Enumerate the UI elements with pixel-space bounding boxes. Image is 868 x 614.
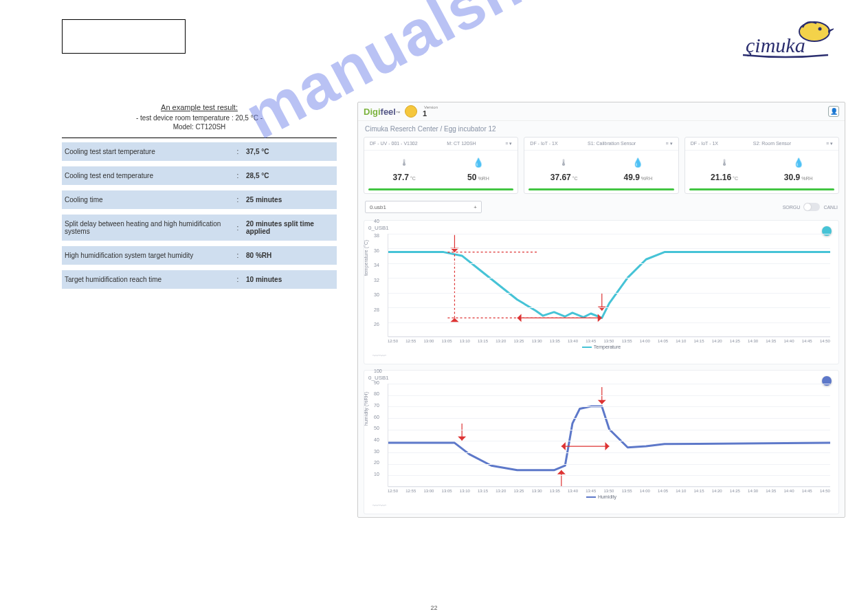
- version-number: 1: [423, 109, 438, 118]
- chart-title: 0_USB1: [368, 225, 834, 231]
- thermometer-icon: 🌡: [550, 157, 578, 168]
- live-toggle[interactable]: [803, 203, 820, 211]
- series-dropdown[interactable]: 0.usb1 +: [365, 201, 482, 213]
- temp-value: 37.7: [393, 173, 409, 182]
- sensor-card: DF - IoT - 1X S2: Room Sensor ≡ ▾ 🌡 21.1…: [685, 137, 839, 194]
- svg-marker-9: [598, 314, 602, 322]
- table-row: Cooling time : 25 minutes: [62, 190, 337, 209]
- chart-title: 0_USB1: [368, 375, 834, 381]
- card-id: DF - UV - 001 - V1302: [370, 141, 418, 146]
- mini-overview-icon: 〰〰: [372, 502, 834, 509]
- coin-icon: [405, 105, 417, 118]
- table-row: Target humidification reach time : 10 mi…: [62, 270, 337, 289]
- card-menu-icon[interactable]: ≡ ▾: [826, 141, 833, 146]
- table-row: Cooling test start temperature : 37,5 °C: [62, 142, 337, 161]
- row-label: Target humidification reach time: [62, 270, 232, 289]
- chart-legend: Temperature: [368, 344, 834, 349]
- x-axis-ticks: 12:5012:5513:0013:0513:1013:1513:2013:25…: [388, 489, 830, 493]
- row-value: 37,5 °C: [243, 142, 337, 161]
- toggle-right-label: CANLI: [823, 205, 838, 210]
- divider: [62, 138, 337, 138]
- app-topbar: Digifeel™ Version 1 👤: [358, 102, 845, 121]
- brand-logo: çimuka: [737, 21, 834, 58]
- sensor-card: DF - IoT - 1X S1: Calibration Sensor ≡ ▾…: [524, 137, 678, 194]
- row-value: 10 minutes: [243, 270, 337, 289]
- row-label: High humidification system target humidi…: [62, 246, 232, 265]
- status-bar: [689, 188, 834, 190]
- card-id: DF - IoT - 1X: [691, 141, 718, 146]
- row-value: 20 minutes split time applied: [243, 215, 337, 241]
- breadcrumb: Cimuka Reserch Center / Egg incubator 12: [358, 121, 845, 137]
- droplet-icon: 💧: [624, 157, 653, 168]
- x-axis-ticks: 12:5012:5513:0013:0513:1013:1513:2013:25…: [388, 339, 830, 343]
- thermometer-icon: 🌡: [711, 157, 738, 168]
- temp-value: 37.67: [550, 173, 571, 182]
- temperature-chart: [388, 234, 830, 337]
- y-axis-label: humidity (%RH): [364, 392, 368, 426]
- status-bar: [368, 188, 513, 190]
- toggle-left-label: SORGU: [783, 205, 801, 210]
- card-id: DF - IoT - 1X: [530, 141, 557, 146]
- row-label: Split delay between heating and high hum…: [62, 215, 232, 241]
- row-label: Cooling test end temperature: [62, 166, 232, 185]
- row-value: 28,5 °C: [243, 166, 337, 185]
- user-icon[interactable]: 👤: [828, 106, 839, 117]
- row-value: 80 %RH: [243, 246, 337, 265]
- row-value: 25 minutes: [243, 190, 337, 209]
- page-number: 22: [430, 604, 437, 611]
- svg-point-1: [819, 28, 822, 31]
- card-model: M: CT 120SH: [447, 141, 476, 146]
- droplet-icon: 💧: [784, 157, 813, 168]
- plus-icon[interactable]: +: [474, 204, 477, 210]
- chart-controls: 0.usb1 + SORGU CANLI: [358, 194, 845, 217]
- svg-marker-8: [518, 314, 522, 322]
- card-menu-icon[interactable]: ≡ ▾: [505, 141, 512, 146]
- chart-legend: Humidity: [368, 494, 834, 499]
- table-row: Split delay between heating and high hum…: [62, 215, 337, 241]
- mini-overview-icon: 〰〰: [372, 352, 834, 360]
- droplet-icon: 💧: [467, 157, 489, 168]
- example-table-section: An example test result: - test device ro…: [62, 103, 337, 289]
- sensor-cards-row: DF - UV - 001 - V1302 M: CT 120SH ≡ ▾ 🌡 …: [358, 137, 845, 194]
- status-bar: [528, 188, 674, 190]
- sensor-card: DF - UV - 001 - V1302 M: CT 120SH ≡ ▾ 🌡 …: [364, 137, 518, 194]
- humidity-chart: [388, 384, 830, 487]
- svg-marker-17: [557, 470, 566, 474]
- table-row: High humidification system target humidi…: [62, 246, 337, 265]
- example-heading: An example test result:: [62, 103, 337, 111]
- doc-id-box: [62, 19, 186, 54]
- app-screenshot: Digifeel™ Version 1 👤 Cimuka Reserch Cen…: [357, 102, 845, 518]
- example-table: Cooling test start temperature : 37,5 °C…: [62, 142, 337, 289]
- row-label: Cooling test start temperature: [62, 142, 232, 161]
- example-note-model: Model: CT120SH: [62, 123, 337, 131]
- thermometer-icon: 🌡: [393, 157, 416, 168]
- humidity-chart-panel: 0_USB1 humidity (%RH) 102030405060708090…: [364, 370, 839, 514]
- card-model: S1: Calibration Sensor: [588, 141, 636, 146]
- temp-value: 21.16: [711, 173, 731, 182]
- app-brand: Digifeel™: [364, 107, 401, 117]
- card-model: S2: Room Sensor: [753, 141, 791, 146]
- table-row: Cooling test end temperature : 28,5 °C: [62, 166, 337, 185]
- card-menu-icon[interactable]: ≡ ▾: [666, 141, 673, 146]
- hum-value: 49.9: [624, 173, 640, 182]
- svg-marker-15: [458, 437, 466, 441]
- row-label: Cooling time: [62, 190, 232, 209]
- svg-marker-4: [450, 318, 458, 322]
- hum-value: 30.9: [784, 173, 800, 182]
- hum-value: 50: [467, 173, 476, 182]
- temperature-chart-panel: 0_USB1 temperature (°C) 2628303234363840…: [364, 220, 839, 364]
- example-note-room-temp: - test device room temperature : 20,5 °C…: [62, 114, 337, 122]
- svg-marker-19: [598, 400, 606, 404]
- y-axis-label: temperature (°C): [364, 240, 368, 276]
- logo-text: çimuka: [746, 34, 805, 56]
- svg-marker-21: [561, 442, 566, 450]
- svg-marker-22: [605, 442, 609, 450]
